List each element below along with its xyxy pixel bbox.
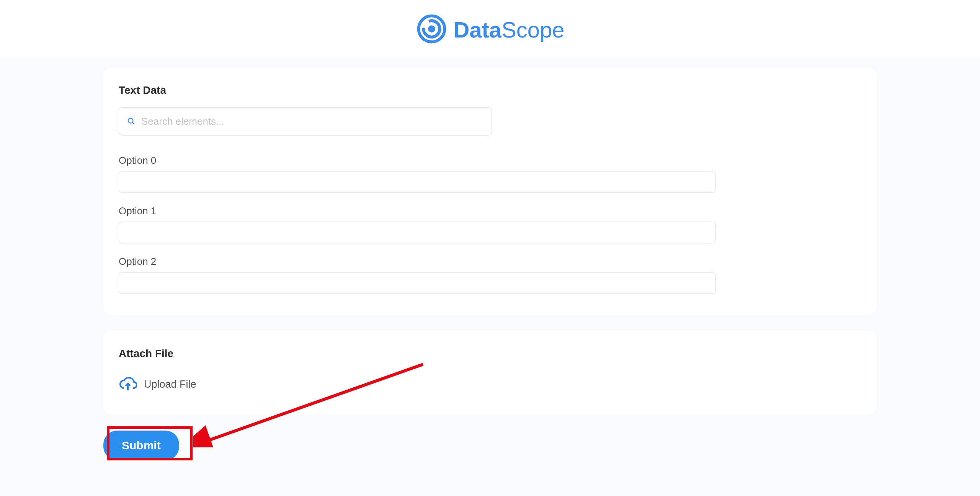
logo: DataScope [415,13,564,47]
option-label-2: Option 2 [119,256,861,268]
option-label-1: Option 1 [119,205,861,217]
attach-file-title: Attach File [119,348,861,360]
text-data-card: Text Data Option 0 Option 1 Option 2 [103,67,877,315]
logo-icon [415,13,448,47]
main-container: Text Data Option 0 Option 1 Option 2 Att… [103,59,877,460]
header: DataScope [0,0,980,59]
text-data-title: Text Data [119,84,861,96]
svg-point-1 [428,25,436,33]
option-group-1: Option 1 [119,205,861,243]
submit-button[interactable]: Submit [103,431,179,460]
upload-icon [119,374,137,394]
svg-point-2 [128,118,133,123]
attach-file-card: Attach File Upload File [103,330,877,415]
svg-line-3 [132,122,134,124]
option-input-2[interactable] [119,272,716,294]
option-input-0[interactable] [119,171,716,193]
upload-file-label: Upload File [144,379,196,390]
option-label-0: Option 0 [119,155,861,166]
option-group-0: Option 0 [119,155,861,193]
option-group-2: Option 2 [119,256,861,294]
logo-text: DataScope [453,17,564,42]
upload-file-button[interactable]: Upload File [119,370,861,398]
search-wrapper [119,107,492,135]
option-input-1[interactable] [119,222,716,243]
search-input[interactable] [119,107,492,135]
